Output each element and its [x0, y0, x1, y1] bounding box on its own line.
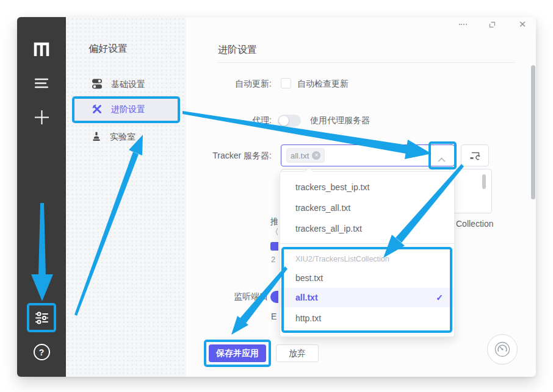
add-task-icon[interactable] — [17, 110, 66, 125]
helper-text-fragment: 〈 — [270, 227, 278, 238]
lab-stamp-icon — [92, 132, 101, 143]
minimize-icon — [459, 24, 467, 25]
maximize-icon — [488, 21, 496, 29]
proxy-label: 代理: — [180, 115, 272, 126]
preferences-panel: 偏好设置 基础设置 进阶设置 实验室 — [66, 17, 186, 377]
dropdown-item[interactable]: trackers_best_ip.txt — [280, 177, 454, 198]
speed-gauge-button[interactable] — [487, 334, 518, 365]
app-sidebar: ? — [17, 17, 66, 377]
task-list-icon[interactable] — [17, 78, 66, 88]
nav-item-label: 实验室 — [110, 132, 136, 143]
dropdown-item[interactable]: best.txt — [280, 268, 454, 288]
tracker-dropdown: trackers_best_ip.txt trackers_all.txt tr… — [280, 171, 455, 337]
auto-check-update-text: 自动检查更新 — [297, 79, 349, 90]
motrix-logo — [17, 41, 66, 57]
sync-icon — [469, 151, 481, 161]
nav-item-advanced-settings[interactable]: 进阶设置 — [92, 103, 145, 116]
auto-update-label: 自动更新: — [180, 79, 272, 90]
screenshot-stage: ? 偏好设置 基础设置 进阶设置 — [0, 0, 553, 392]
sync-interval-fragment: 2 — [271, 255, 275, 264]
dropdown-item[interactable]: trackers_all.txt — [280, 198, 454, 218]
dropdown-item[interactable]: http.txt — [280, 308, 454, 328]
helper-link-fragment: Collection — [456, 219, 493, 229]
dropdown-item[interactable]: trackers_all_ip.txt — [280, 218, 454, 239]
port-text-fragment: E — [271, 312, 276, 321]
check-icon: ✓ — [436, 288, 443, 307]
tools-icon — [92, 104, 103, 116]
textarea-scrollbar[interactable] — [482, 174, 486, 189]
nav-item-label: 进阶设置 — [111, 104, 145, 115]
helper-text-fragment: 推 — [270, 216, 278, 227]
chevron-up-icon[interactable] — [438, 154, 446, 165]
maximize-button[interactable] — [482, 17, 502, 32]
help-glyph: ? — [39, 347, 45, 357]
save-apply-button[interactable]: 保存并应用 — [209, 344, 266, 362]
tag-close-icon[interactable]: × — [312, 151, 320, 160]
close-button[interactable]: ✕ — [512, 17, 533, 32]
sync-trackers-button[interactable] — [461, 144, 489, 166]
toggle-knob — [279, 116, 289, 126]
minimize-button[interactable] — [452, 17, 473, 32]
tracker-label: Tracker 服务器: — [180, 151, 272, 162]
tracker-select[interactable]: all.txt × — [281, 144, 455, 166]
preferences-icon[interactable] — [17, 311, 66, 325]
nav-item-basic-settings[interactable]: 基础设置 — [92, 78, 145, 91]
proxy-toggle[interactable] — [278, 115, 301, 127]
title-divider — [218, 62, 515, 63]
close-icon: ✕ — [519, 19, 527, 30]
app-window: ? 偏好设置 基础设置 进阶设置 — [17, 17, 536, 377]
page-title: 进阶设置 — [218, 44, 257, 57]
help-icon[interactable]: ? — [17, 344, 66, 360]
sync-checkbox-fragment — [270, 242, 278, 251]
listen-port-label: 监听端口 — [234, 291, 268, 302]
selected-item-label: all.txt — [295, 293, 318, 302]
proxy-text: 使用代理服务器 — [310, 115, 370, 126]
port-toggle-fragment — [270, 291, 278, 303]
toggles-icon — [92, 79, 103, 91]
nav-item-lab[interactable]: 实验室 — [92, 130, 136, 144]
preferences-title: 偏好设置 — [89, 43, 128, 55]
dropdown-item-selected[interactable]: all.txt ✓ — [280, 288, 454, 307]
main-scrollbar[interactable] — [531, 65, 535, 199]
nav-item-label: 基础设置 — [111, 79, 145, 90]
tag-label: all.txt — [291, 151, 309, 160]
dropdown-group-label: XIU2/TrackersListCollection — [280, 252, 454, 266]
auto-check-update-checkbox[interactable] — [281, 78, 291, 88]
discard-button[interactable]: 放弃 — [276, 344, 319, 362]
tracker-tag[interactable]: all.txt × — [286, 148, 325, 163]
dropdown-divider — [280, 243, 454, 244]
speedometer-icon — [494, 341, 511, 358]
